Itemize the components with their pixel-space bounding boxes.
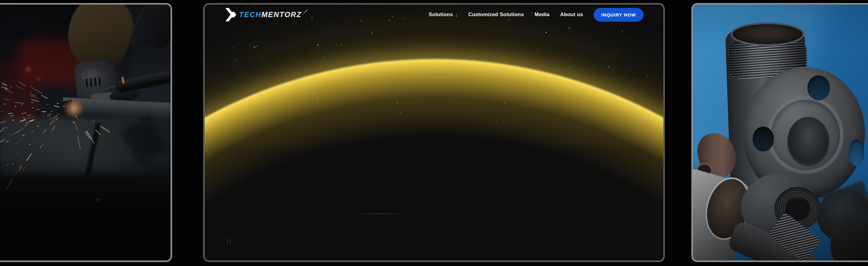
logo[interactable]: TECHMENTORZ <box>225 8 308 21</box>
fading-divider-line <box>356 214 409 214</box>
photo-dim-overlay <box>0 5 170 261</box>
logo-text: TECHMENTORZ <box>239 11 302 18</box>
fading-hero-text: rt <box>226 237 232 246</box>
nav-item-media[interactable]: Media <box>534 11 550 18</box>
nav-item-customized-solutions[interactable]: Customized Solutions <box>468 11 524 18</box>
double-chevron-icon <box>225 8 236 21</box>
nav-item-solutions[interactable]: Solutions↓ <box>429 11 458 18</box>
hero-section: rt <box>205 5 663 261</box>
nav-item-about-us[interactable]: About us <box>560 11 583 18</box>
main-nav: Solutions↓ Customized Solutions Media Ab… <box>429 11 583 18</box>
logo-text-secondary: MENTORZ <box>261 10 302 19</box>
carousel-slide-next[interactable] <box>691 3 868 262</box>
photo-dim-overlay <box>693 5 868 261</box>
grinding-photo <box>0 5 170 261</box>
inquiry-now-button[interactable]: INQUIRY NOW <box>594 8 644 22</box>
pipe-fittings-photo <box>693 5 868 261</box>
eclipse-rim <box>205 59 663 261</box>
arrow-down-icon: ↓ <box>455 12 458 18</box>
dotted-trail-icon <box>302 8 308 15</box>
carousel-slide-previous[interactable] <box>0 3 172 262</box>
site-header: TECHMENTORZ Solutions↓ Customized Soluti… <box>205 5 663 24</box>
carousel-slide-current: rt TECHMENTORZ Solutions↓ Customized Sol… <box>203 3 665 262</box>
logo-text-primary: TECH <box>239 10 261 19</box>
